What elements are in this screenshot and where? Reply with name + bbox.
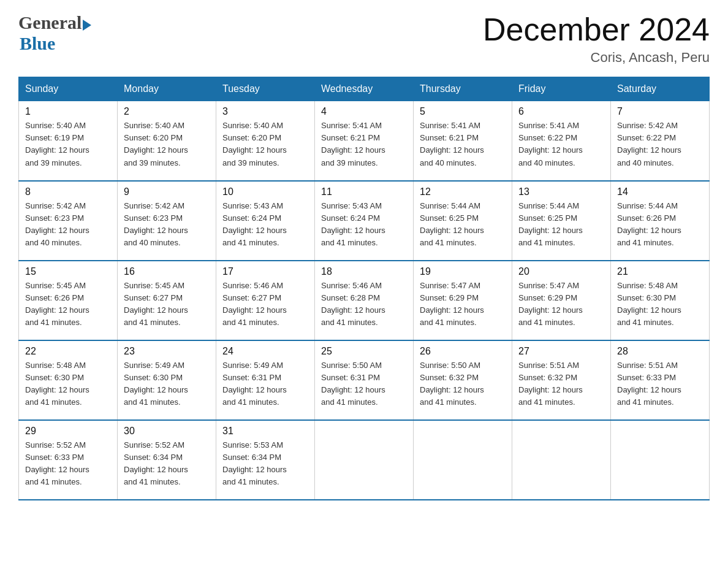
day-number: 11 <box>321 186 407 197</box>
calendar-cell: 31Sunrise: 5:53 AMSunset: 6:34 PMDayligh… <box>216 420 315 500</box>
calendar-cell: 14Sunrise: 5:44 AMSunset: 6:26 PMDayligh… <box>611 181 710 261</box>
calendar-week-row: 22Sunrise: 5:48 AMSunset: 6:30 PMDayligh… <box>19 340 710 420</box>
calendar-cell: 8Sunrise: 5:42 AMSunset: 6:23 PMDaylight… <box>19 181 118 261</box>
day-info: Sunrise: 5:40 AMSunset: 6:19 PMDaylight:… <box>25 120 111 169</box>
day-number: 17 <box>222 266 308 277</box>
calendar-cell: 12Sunrise: 5:44 AMSunset: 6:25 PMDayligh… <box>414 181 512 261</box>
calendar-title: December 2024 <box>483 12 710 47</box>
day-number: 25 <box>321 346 407 357</box>
calendar-cell: 9Sunrise: 5:42 AMSunset: 6:23 PMDaylight… <box>118 181 216 261</box>
day-number: 26 <box>420 346 506 357</box>
day-info: Sunrise: 5:44 AMSunset: 6:26 PMDaylight:… <box>617 200 703 250</box>
calendar-cell: 21Sunrise: 5:48 AMSunset: 6:30 PMDayligh… <box>611 261 710 340</box>
day-number: 7 <box>617 106 703 117</box>
logo-triangle-icon <box>83 20 91 31</box>
col-sunday: Sunday <box>19 77 118 101</box>
day-number: 19 <box>420 266 506 277</box>
day-number: 22 <box>25 346 111 357</box>
day-info: Sunrise: 5:45 AMSunset: 6:27 PMDaylight:… <box>124 280 210 329</box>
day-number: 3 <box>222 106 308 117</box>
calendar-cell: 22Sunrise: 5:48 AMSunset: 6:30 PMDayligh… <box>19 340 118 420</box>
day-info: Sunrise: 5:43 AMSunset: 6:24 PMDaylight:… <box>321 200 407 250</box>
day-number: 31 <box>222 426 308 437</box>
day-number: 28 <box>617 346 703 357</box>
day-number: 15 <box>25 266 111 277</box>
calendar-header-row: Sunday Monday Tuesday Wednesday Thursday… <box>19 77 710 101</box>
calendar-cell: 24Sunrise: 5:49 AMSunset: 6:31 PMDayligh… <box>216 340 315 420</box>
col-saturday: Saturday <box>611 77 710 101</box>
day-info: Sunrise: 5:40 AMSunset: 6:20 PMDaylight:… <box>124 120 210 169</box>
day-info: Sunrise: 5:53 AMSunset: 6:34 PMDaylight:… <box>222 439 308 489</box>
title-block: December 2024 Coris, Ancash, Peru <box>483 12 710 66</box>
calendar-week-row: 1Sunrise: 5:40 AMSunset: 6:19 PMDaylight… <box>19 101 710 181</box>
calendar-cell: 25Sunrise: 5:50 AMSunset: 6:31 PMDayligh… <box>315 340 414 420</box>
day-number: 1 <box>25 106 111 117</box>
day-number: 24 <box>222 346 308 357</box>
day-number: 9 <box>124 186 210 197</box>
day-number: 21 <box>617 266 703 277</box>
logo: General Blue <box>18 12 93 54</box>
col-thursday: Thursday <box>414 77 512 101</box>
calendar-cell: 19Sunrise: 5:47 AMSunset: 6:29 PMDayligh… <box>414 261 512 340</box>
day-info: Sunrise: 5:50 AMSunset: 6:31 PMDaylight:… <box>321 359 407 409</box>
day-info: Sunrise: 5:44 AMSunset: 6:25 PMDaylight:… <box>420 200 506 250</box>
day-info: Sunrise: 5:48 AMSunset: 6:30 PMDaylight:… <box>25 359 111 409</box>
calendar-cell: 23Sunrise: 5:49 AMSunset: 6:30 PMDayligh… <box>118 340 216 420</box>
calendar-cell <box>512 420 611 500</box>
day-info: Sunrise: 5:45 AMSunset: 6:26 PMDaylight:… <box>25 280 111 329</box>
calendar-cell: 4Sunrise: 5:41 AMSunset: 6:21 PMDaylight… <box>315 101 414 181</box>
calendar-week-row: 29Sunrise: 5:52 AMSunset: 6:33 PMDayligh… <box>19 420 710 500</box>
calendar-cell: 15Sunrise: 5:45 AMSunset: 6:26 PMDayligh… <box>19 261 118 340</box>
calendar-location: Coris, Ancash, Peru <box>483 50 710 66</box>
col-tuesday: Tuesday <box>216 77 315 101</box>
logo-blue-text: Blue <box>20 33 55 54</box>
col-monday: Monday <box>118 77 216 101</box>
calendar-cell: 5Sunrise: 5:41 AMSunset: 6:21 PMDaylight… <box>414 101 512 181</box>
day-number: 14 <box>617 186 703 197</box>
day-info: Sunrise: 5:47 AMSunset: 6:29 PMDaylight:… <box>420 280 506 329</box>
day-info: Sunrise: 5:49 AMSunset: 6:30 PMDaylight:… <box>124 359 210 409</box>
day-info: Sunrise: 5:51 AMSunset: 6:33 PMDaylight:… <box>617 359 703 409</box>
calendar-cell: 6Sunrise: 5:41 AMSunset: 6:22 PMDaylight… <box>512 101 611 181</box>
calendar-cell: 10Sunrise: 5:43 AMSunset: 6:24 PMDayligh… <box>216 181 315 261</box>
calendar-cell: 13Sunrise: 5:44 AMSunset: 6:25 PMDayligh… <box>512 181 611 261</box>
calendar-cell: 27Sunrise: 5:51 AMSunset: 6:32 PMDayligh… <box>512 340 611 420</box>
day-number: 20 <box>518 266 604 277</box>
day-number: 16 <box>124 266 210 277</box>
day-info: Sunrise: 5:46 AMSunset: 6:27 PMDaylight:… <box>222 280 308 329</box>
day-info: Sunrise: 5:52 AMSunset: 6:33 PMDaylight:… <box>25 439 111 489</box>
calendar-week-row: 15Sunrise: 5:45 AMSunset: 6:26 PMDayligh… <box>19 261 710 340</box>
day-info: Sunrise: 5:42 AMSunset: 6:23 PMDaylight:… <box>124 200 210 250</box>
day-info: Sunrise: 5:41 AMSunset: 6:21 PMDaylight:… <box>420 120 506 169</box>
calendar-cell: 20Sunrise: 5:47 AMSunset: 6:29 PMDayligh… <box>512 261 611 340</box>
day-number: 6 <box>518 106 604 117</box>
calendar-cell: 18Sunrise: 5:46 AMSunset: 6:28 PMDayligh… <box>315 261 414 340</box>
day-number: 2 <box>124 106 210 117</box>
day-info: Sunrise: 5:50 AMSunset: 6:32 PMDaylight:… <box>420 359 506 409</box>
day-number: 27 <box>518 346 604 357</box>
col-wednesday: Wednesday <box>315 77 414 101</box>
day-info: Sunrise: 5:52 AMSunset: 6:34 PMDaylight:… <box>124 439 210 489</box>
calendar-cell: 30Sunrise: 5:52 AMSunset: 6:34 PMDayligh… <box>118 420 216 500</box>
day-info: Sunrise: 5:47 AMSunset: 6:29 PMDaylight:… <box>518 280 604 329</box>
day-info: Sunrise: 5:41 AMSunset: 6:21 PMDaylight:… <box>321 120 407 169</box>
day-info: Sunrise: 5:44 AMSunset: 6:25 PMDaylight:… <box>518 200 604 250</box>
page-header: General Blue December 2024 Coris, Ancash… <box>18 12 710 66</box>
day-number: 12 <box>420 186 506 197</box>
calendar-cell: 26Sunrise: 5:50 AMSunset: 6:32 PMDayligh… <box>414 340 512 420</box>
day-info: Sunrise: 5:49 AMSunset: 6:31 PMDaylight:… <box>222 359 308 409</box>
calendar-cell: 17Sunrise: 5:46 AMSunset: 6:27 PMDayligh… <box>216 261 315 340</box>
day-info: Sunrise: 5:46 AMSunset: 6:28 PMDaylight:… <box>321 280 407 329</box>
day-info: Sunrise: 5:40 AMSunset: 6:20 PMDaylight:… <box>222 120 308 169</box>
day-number: 13 <box>518 186 604 197</box>
day-number: 30 <box>124 426 210 437</box>
calendar-cell <box>611 420 710 500</box>
calendar-cell <box>315 420 414 500</box>
day-number: 10 <box>222 186 308 197</box>
calendar-cell: 11Sunrise: 5:43 AMSunset: 6:24 PMDayligh… <box>315 181 414 261</box>
calendar-cell: 16Sunrise: 5:45 AMSunset: 6:27 PMDayligh… <box>118 261 216 340</box>
day-number: 29 <box>25 426 111 437</box>
day-info: Sunrise: 5:41 AMSunset: 6:22 PMDaylight:… <box>518 120 604 169</box>
calendar-cell: 29Sunrise: 5:52 AMSunset: 6:33 PMDayligh… <box>19 420 118 500</box>
day-number: 18 <box>321 266 407 277</box>
